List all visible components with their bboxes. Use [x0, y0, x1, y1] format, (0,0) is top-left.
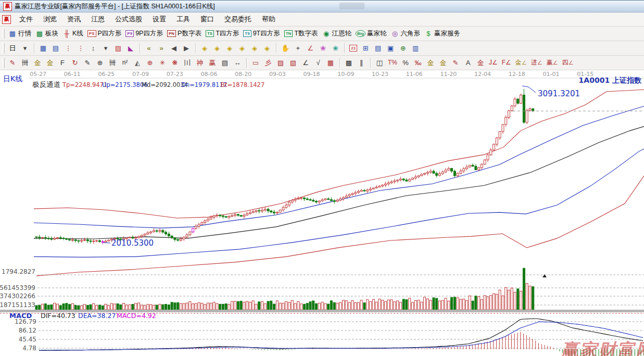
kline-button[interactable]: ╫K线 [60, 28, 85, 39]
a-gann-tool[interactable]: A [462, 57, 474, 68]
angle-tool[interactable]: ∠ [299, 57, 312, 68]
span-tool[interactable]: ↔ [231, 57, 244, 68]
menu-window[interactable]: 窗口 [195, 14, 219, 24]
info-f10-button[interactable]: ▤ [49, 43, 62, 54]
menu-formula-stockpick[interactable]: 公式选股 [110, 14, 147, 24]
knife-tool[interactable]: ✎ [6, 57, 19, 68]
menu-browse[interactable]: 浏览 [38, 14, 62, 24]
gold-red-tool[interactable]: 金 [474, 57, 487, 68]
web-tool[interactable]: ❋ [169, 57, 181, 68]
column-tool[interactable]: ◫ [373, 57, 386, 68]
pattern-button[interactable]: ▨ [112, 43, 124, 54]
menu-tools[interactable]: 工具 [171, 14, 195, 24]
flower-teal-button[interactable]: ❀ [329, 43, 342, 54]
grid-tool[interactable]: ▦ [324, 57, 337, 68]
winner-service-button[interactable]: $赢家服务 [422, 28, 462, 39]
t9-square-button[interactable]: T99T四方形 [241, 28, 282, 39]
menu-file[interactable]: 文件 [14, 14, 38, 24]
pillar-tool[interactable]: 〣 [181, 57, 194, 68]
kline-chart[interactable]: 05-2706-1106-2507-0907-2308-0608-2009-03… [0, 70, 644, 356]
period-dropdown[interactable]: ▾ [19, 43, 31, 54]
jin-angle-tool[interactable]: 进∠ [529, 57, 545, 68]
hexagon-button[interactable]: ◎六角形 [388, 28, 422, 39]
brush-tool[interactable]: ✎ [449, 57, 462, 68]
save-button[interactable]: ▣ [384, 43, 397, 54]
crosshair-button[interactable]: + [292, 43, 304, 54]
gold-circle-tool[interactable]: 金 [424, 57, 437, 68]
pin-button[interactable]: ↕ [87, 43, 99, 54]
calculator-button[interactable]: ⊞ [359, 43, 372, 54]
ruler-tool[interactable]: ▤ [219, 57, 231, 68]
zone-select-button[interactable]: ▦ [37, 43, 49, 54]
zoom-out-button[interactable]: ◈ [261, 43, 273, 54]
go-first-button[interactable]: « [143, 43, 155, 54]
pin-dropdown[interactable]: ▾ [99, 43, 112, 54]
fib-tool[interactable]: F [56, 57, 69, 68]
macd-pane[interactable]: MACDDIF=40.73DEA=38.27MACD=4.92126.7986.… [9, 312, 644, 356]
expand-h-button[interactable]: ◈ [223, 43, 236, 54]
gann-target-tool[interactable]: ⊕ [144, 57, 156, 68]
p-square-button[interactable]: PSP四方形 [85, 28, 124, 39]
hand-drag-button[interactable]: ✋ [279, 43, 292, 54]
t-square-button[interactable]: TST四方形 [204, 28, 241, 39]
fan-tool[interactable]: 彡 [262, 57, 274, 68]
n-square-tool[interactable]: n² [119, 57, 131, 68]
winner-wheel-button[interactable]: Big赢家轮 [353, 28, 388, 39]
period-day-button[interactable]: 日 [6, 43, 19, 54]
bars3-button[interactable]: ⋮ [62, 43, 74, 54]
comb2-tool[interactable]: 卌 [106, 57, 119, 68]
bars9-button[interactable]: ⋮ [74, 43, 87, 54]
chart-canvas[interactable]: 05-2706-1106-2507-0907-2308-0608-2009-03… [0, 70, 644, 356]
calendar-button[interactable]: 21 [347, 44, 359, 53]
toolbar-handle[interactable] [2, 43, 5, 54]
quotes-button[interactable]: ▦行情 [6, 28, 33, 39]
menu-news[interactable]: 资讯 [62, 14, 86, 24]
f-angle-tool[interactable]: F∠ [500, 57, 513, 68]
notepad-button[interactable]: ▤ [372, 43, 384, 54]
toolbar-handle[interactable] [2, 58, 5, 68]
starburst-tool[interactable]: ✳ [156, 57, 169, 68]
volume-pane[interactable]: 561453399374302266187151133 [0, 268, 644, 310]
j-angle-tool[interactable]: J∠ [487, 57, 500, 68]
menu-trade[interactable]: 交易委托 [219, 14, 257, 24]
pan-right-button[interactable]: ◈ [211, 43, 223, 54]
pencil2-tool[interactable]: ✎ [81, 57, 94, 68]
hatch2-tool[interactable]: ▧ [287, 57, 299, 68]
permille-tool[interactable]: ‰ [412, 57, 424, 68]
angle-button[interactable]: ∠ [304, 43, 317, 54]
title-bar[interactable]: 赢 赢家江恩专业版[赢家内部服务平台] - [上证指数 SH1A0001-166… [0, 1, 644, 12]
pan-left-button[interactable]: ◈ [198, 43, 211, 54]
print-button[interactable]: ▥ [409, 43, 422, 54]
box-tool[interactable]: ▭ [249, 57, 262, 68]
export-button[interactable]: ⊕ [397, 43, 409, 54]
menu-settings[interactable]: 设置 [147, 14, 171, 24]
go-next-button[interactable]: ▶ [180, 43, 193, 54]
gold-gate2-tool[interactable]: 金 [44, 57, 56, 68]
sectors-button[interactable]: ▩板块 [33, 28, 60, 39]
hatch1-tool[interactable]: ▨ [274, 57, 287, 68]
si-angle-tool[interactable]: 四∠ [560, 57, 576, 68]
t-percent-tool[interactable]: T% [386, 57, 399, 68]
menu-help[interactable]: 帮助 [257, 14, 281, 24]
go-last-button[interactable]: » [155, 43, 168, 54]
percent-tool[interactable]: % [399, 57, 412, 68]
check-tool[interactable]: √ [312, 57, 324, 68]
gann-circle-tool[interactable]: ⊕ [94, 57, 106, 68]
frame-tool[interactable]: ▩ [343, 57, 355, 68]
flower-pink-button[interactable]: ❀ [317, 43, 329, 54]
shrink-h-button[interactable]: ◈ [236, 43, 248, 54]
menu-gann[interactable]: 江恩 [86, 14, 110, 24]
mirror-tool[interactable]: ◭ [131, 57, 144, 68]
gold-angle-tool[interactable]: 金∠ [513, 57, 529, 68]
gold-line-tool[interactable]: 金 [437, 57, 449, 68]
comb-tool[interactable]: 卌 [19, 57, 31, 68]
t-number-button[interactable]: TNT数字表 [282, 28, 320, 39]
zoom-in-button[interactable]: ◈ [248, 43, 261, 54]
gold-gate1-tool[interactable]: 金 [31, 57, 44, 68]
slash-tool[interactable]: ∥ [355, 57, 368, 68]
spectrum-button[interactable]: ◣ [124, 43, 137, 54]
candlestick-series[interactable] [35, 89, 534, 244]
toolbar-handle[interactable] [2, 29, 5, 39]
p9-square-button[interactable]: P99P四方形 [123, 28, 165, 39]
ying-tool[interactable]: 赢 [206, 57, 219, 68]
